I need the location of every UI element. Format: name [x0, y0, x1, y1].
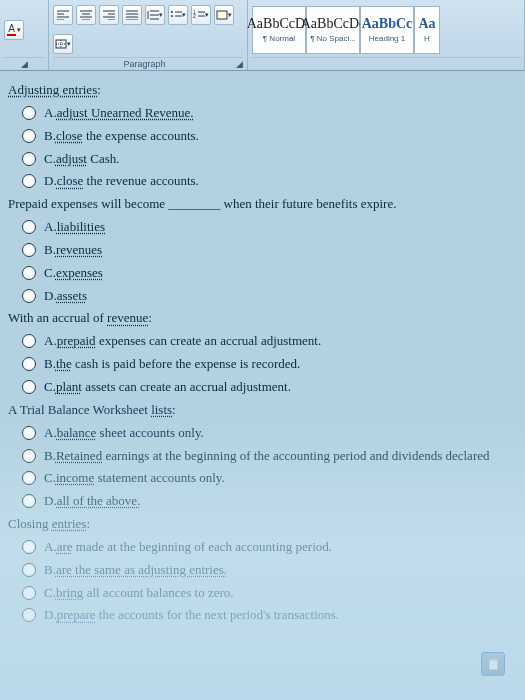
radio-icon[interactable]: [22, 220, 36, 234]
q2-prompt: Prepaid expenses will become ________ wh…: [8, 195, 517, 214]
dialog-launcher-icon[interactable]: ◢: [236, 59, 243, 69]
font-color-button[interactable]: A ▾: [4, 20, 24, 40]
document-body[interactable]: Adjusting entries: A.adjust Unearned Rev…: [0, 71, 525, 649]
radio-icon[interactable]: [22, 129, 36, 143]
style-heading-2[interactable]: Aa H: [414, 6, 440, 54]
q2-option-a[interactable]: A.liabilities: [22, 218, 517, 237]
svg-point-1: [171, 15, 173, 17]
q4-option-d[interactable]: D.all of the above.: [22, 492, 517, 511]
radio-icon[interactable]: [22, 449, 36, 463]
q1-option-d[interactable]: D.close the revenue accounts.: [22, 172, 517, 191]
q1-option-a[interactable]: A.adjust Unearned Revenue.: [22, 104, 517, 123]
font-color-glyph: A: [7, 23, 16, 36]
q3-prompt: With an accrual of revenue:: [8, 309, 517, 328]
align-justify-button[interactable]: [122, 5, 142, 25]
paragraph-group: ▾ ▾ 12▾ ▾ ▾ Paragraph ◢: [49, 0, 248, 70]
radio-icon[interactable]: [22, 586, 36, 600]
q1-prompt: Adjusting entries:: [8, 81, 517, 100]
q3-option-a[interactable]: A.prepaid expenses can create an accrual…: [22, 332, 517, 351]
q5-option-a[interactable]: A.are made at the beginning of each acco…: [22, 538, 517, 557]
svg-point-0: [171, 11, 173, 13]
q4-option-b[interactable]: B.Retained earnings at the beginning of …: [22, 447, 517, 466]
radio-icon[interactable]: [22, 289, 36, 303]
q2-option-b[interactable]: B.revenues: [22, 241, 517, 260]
radio-icon[interactable]: [22, 380, 36, 394]
radio-icon[interactable]: [22, 243, 36, 257]
q5-prompt: Closing entries:: [8, 515, 517, 534]
borders-button[interactable]: ▾: [53, 34, 73, 54]
font-group: A ▾ ◢: [0, 0, 49, 70]
radio-icon[interactable]: [22, 471, 36, 485]
align-right-button[interactable]: [99, 5, 119, 25]
style-no-spacing[interactable]: AaBbCcDc ¶ No Spaci...: [306, 6, 360, 54]
ribbon: A ▾ ◢ ▾ ▾ 12▾ ▾ ▾ Paragraph ◢ AaBbCcDc ¶…: [0, 0, 525, 71]
radio-icon[interactable]: [22, 426, 36, 440]
q1-option-b[interactable]: B.close the expense accounts.: [22, 127, 517, 146]
paragraph-group-label: Paragraph: [123, 59, 165, 69]
bullets-button[interactable]: ▾: [168, 5, 188, 25]
chevron-down-icon: ▾: [17, 26, 21, 34]
style-normal[interactable]: AaBbCcDc ¶ Normal: [252, 6, 306, 54]
paste-options-icon[interactable]: 📋: [481, 652, 505, 676]
q2-option-c[interactable]: C.expenses: [22, 264, 517, 283]
line-spacing-button[interactable]: ▾: [145, 5, 165, 25]
radio-icon[interactable]: [22, 334, 36, 348]
styles-group: AaBbCcDc ¶ Normal AaBbCcDc ¶ No Spaci...…: [248, 0, 525, 70]
style-heading-1[interactable]: AaBbCc Heading 1: [360, 6, 414, 54]
svg-text:2: 2: [193, 13, 196, 19]
radio-icon[interactable]: [22, 494, 36, 508]
q5-option-d[interactable]: D.prepare the accounts for the next peri…: [22, 606, 517, 625]
dialog-launcher-icon[interactable]: ◢: [4, 57, 44, 69]
shading-button[interactable]: ▾: [214, 5, 234, 25]
align-left-button[interactable]: [53, 5, 73, 25]
q1-option-c[interactable]: C.adjust Cash.: [22, 150, 517, 169]
q5-option-b[interactable]: B.are the same as adjusting entries.: [22, 561, 517, 580]
radio-icon[interactable]: [22, 266, 36, 280]
align-center-button[interactable]: [76, 5, 96, 25]
radio-icon[interactable]: [22, 152, 36, 166]
q4-prompt: A Trial Balance Worksheet lists:: [8, 401, 517, 420]
radio-icon[interactable]: [22, 357, 36, 371]
numbering-button[interactable]: 12▾: [191, 5, 211, 25]
q4-option-c[interactable]: C.income statement accounts only.: [22, 469, 517, 488]
q2-option-d[interactable]: D.assets: [22, 287, 517, 306]
svg-rect-4: [217, 11, 227, 19]
radio-icon[interactable]: [22, 106, 36, 120]
q3-option-c[interactable]: C.plant assets can create an accrual adj…: [22, 378, 517, 397]
radio-icon[interactable]: [22, 540, 36, 554]
radio-icon[interactable]: [22, 608, 36, 622]
q3-option-b[interactable]: B.the cash is paid before the expense is…: [22, 355, 517, 374]
radio-icon[interactable]: [22, 174, 36, 188]
radio-icon[interactable]: [22, 563, 36, 577]
q5-option-c[interactable]: C.bring all account balances to zero.: [22, 584, 517, 603]
q4-option-a[interactable]: A.balance sheet accounts only.: [22, 424, 517, 443]
